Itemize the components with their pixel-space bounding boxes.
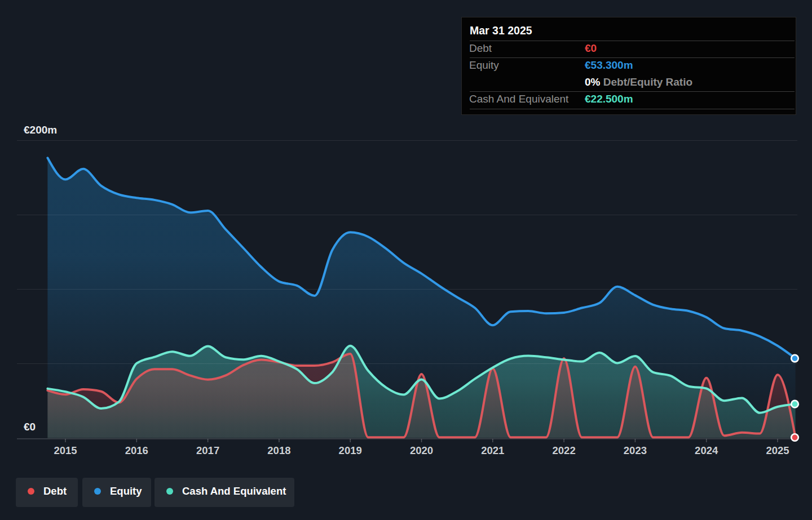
svg-text:2022: 2022	[553, 445, 576, 456]
svg-text:2025: 2025	[766, 445, 789, 456]
svg-text:2016: 2016	[125, 445, 148, 456]
svg-text:€0: €0	[24, 421, 36, 433]
svg-text:2015: 2015	[54, 445, 77, 456]
svg-text:2020: 2020	[410, 445, 433, 456]
svg-text:2018: 2018	[267, 445, 290, 456]
svg-text:€200m: €200m	[24, 124, 57, 136]
svg-text:2023: 2023	[624, 445, 647, 456]
svg-text:2019: 2019	[339, 445, 362, 456]
svg-text:2021: 2021	[481, 445, 504, 456]
svg-text:2024: 2024	[695, 445, 718, 456]
svg-text:2017: 2017	[196, 445, 219, 456]
